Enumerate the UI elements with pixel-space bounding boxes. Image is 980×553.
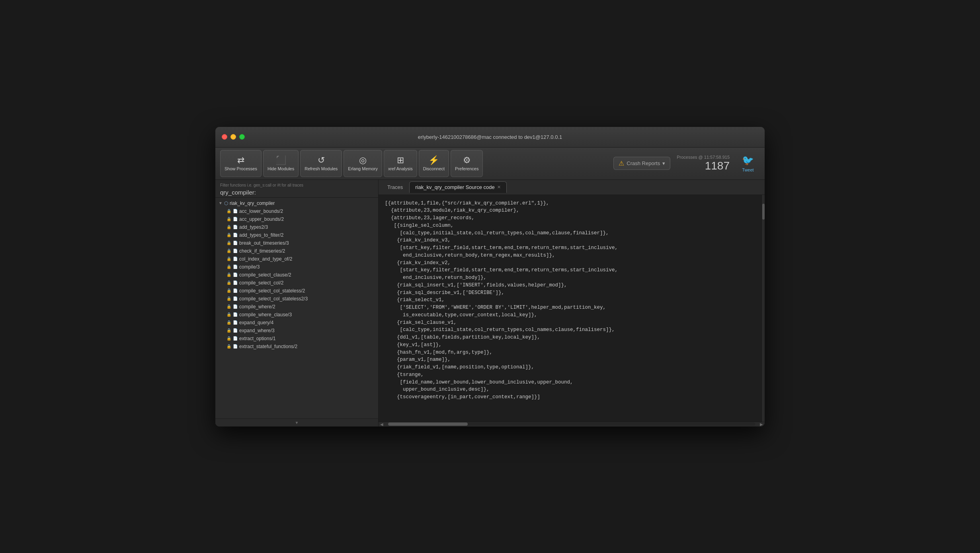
list-item[interactable]: 🔒 📄 compile_select_clause/2 — [215, 271, 378, 279]
show-processes-icon: ⇄ — [237, 156, 244, 165]
xref-analysis-label: xref Analysis — [388, 166, 413, 171]
code-line: {riak_sql_insert_v1,['INSERT',fields,val… — [385, 282, 755, 289]
list-item[interactable]: 🔒 📄 compile_select_col_stateless2/3 — [215, 295, 378, 303]
list-item[interactable]: 🔒 📄 compile/3 — [215, 263, 378, 271]
source-tab[interactable]: riak_kv_qry_compiler Source code ✕ — [409, 181, 506, 193]
function-name: compile/3 — [239, 264, 260, 270]
filter-hint: Filter functions i.e. gen_s:call or #t f… — [220, 183, 373, 187]
sidebar-tree[interactable]: ▼ ⬡ riak_kv_qry_compiler 🔒 📄 acc_lower_b… — [215, 198, 378, 419]
erlang-memory-button[interactable]: ◎ Erlang Memory — [344, 150, 382, 177]
file-icon: 📄 — [233, 288, 238, 293]
module-root-item[interactable]: ▼ ⬡ riak_kv_qry_compiler — [215, 199, 378, 207]
list-item[interactable]: 🔒 📄 compile_select_col/2 — [215, 279, 378, 287]
function-name: add_types2/3 — [239, 224, 268, 230]
file-icon: 📄 — [233, 304, 238, 309]
close-button[interactable] — [222, 134, 227, 140]
preferences-label: Preferences — [455, 166, 478, 171]
processes-label: Processes @ 11:57:58.915 — [677, 155, 730, 160]
list-item[interactable]: 🔒 📄 extract_stateful_functions/2 — [215, 343, 378, 350]
list-item[interactable]: 🔒 📄 compile_select_col_stateless/2 — [215, 287, 378, 295]
file-icon: 📄 — [233, 241, 238, 245]
refresh-modules-icon: ↺ — [318, 156, 325, 165]
crash-reports-chevron: ▾ — [662, 160, 665, 166]
file-icon: 📄 — [233, 344, 238, 349]
scroll-right-icon[interactable]: ▶ — [758, 422, 765, 426]
list-item[interactable]: 🔒 📄 add_types_to_filter/2 — [215, 231, 378, 239]
function-name: col_index_and_type_of/2 — [239, 256, 292, 262]
erlang-memory-label: Erlang Memory — [348, 166, 378, 171]
lock-icon: 🔒 — [226, 273, 231, 277]
horizontal-scrollbar[interactable]: ◀ ▶ — [379, 422, 765, 426]
scroll-left-icon[interactable]: ◀ — [379, 422, 385, 426]
list-item[interactable]: 🔒 📄 expand_query/4 — [215, 319, 378, 327]
traffic-lights — [222, 134, 245, 140]
file-icon: 📄 — [233, 225, 238, 229]
minimize-button[interactable] — [230, 134, 236, 140]
function-name: expand_query/4 — [239, 320, 273, 325]
file-icon: 📄 — [233, 217, 238, 221]
tweet-icon: 🐦 — [742, 155, 754, 166]
scrollbar-thumb-h[interactable] — [388, 423, 468, 426]
disconnect-label: Disconnect — [423, 166, 445, 171]
lock-icon: 🔒 — [226, 209, 231, 213]
file-icon: 📄 — [233, 273, 238, 277]
code-line: {key_v1,[ast]}, — [385, 341, 755, 349]
module-icon: ⬡ — [224, 201, 228, 206]
maximize-button[interactable] — [239, 134, 245, 140]
preferences-button[interactable]: ⚙ Preferences — [451, 150, 483, 177]
code-line: {tscoverageentry,[in_part,cover_context,… — [385, 393, 755, 401]
list-item[interactable]: 🔒 📄 add_types2/3 — [215, 223, 378, 231]
list-item[interactable]: 🔒 📄 acc_upper_bounds/2 — [215, 215, 378, 223]
file-icon: 📄 — [233, 209, 238, 213]
list-item[interactable]: 🔒 📄 break_out_timeseries/3 — [215, 239, 378, 247]
list-item[interactable]: 🔒 📄 check_if_timeseries/2 — [215, 247, 378, 255]
list-item[interactable]: 🔒 📄 compile_where_clause/3 — [215, 311, 378, 319]
show-processes-button[interactable]: ⇄ Show Processes — [220, 150, 262, 177]
list-item[interactable]: 🔒 📄 extract_options/1 — [215, 335, 378, 343]
source-tab-close[interactable]: ✕ — [497, 185, 501, 190]
function-name: check_if_timeseries/2 — [239, 248, 285, 254]
sidebar-scroll-down[interactable]: ▼ — [215, 419, 378, 426]
function-name: break_out_timeseries/3 — [239, 240, 289, 246]
lock-icon: 🔒 — [226, 296, 231, 301]
source-tab-label: riak_kv_qry_compiler Source code — [415, 184, 494, 190]
function-name: compile_select_col_stateless/2 — [239, 288, 305, 294]
tweet-button[interactable]: 🐦 Tweet — [736, 150, 760, 177]
refresh-modules-button[interactable]: ↺ Refresh Modules — [300, 150, 342, 177]
traces-tab-label: Traces — [387, 184, 403, 190]
disconnect-icon: ⚡ — [428, 156, 439, 165]
list-item[interactable]: 🔒 📄 compile_where/2 — [215, 303, 378, 311]
code-line: {attribute,23,module,riak_kv_qry_compile… — [385, 207, 755, 214]
disconnect-button[interactable]: ⚡ Disconnect — [419, 150, 449, 177]
list-item[interactable]: 🔒 📄 acc_lower_bounds/2 — [215, 207, 378, 215]
tab-bar: Traces riak_kv_qry_compiler Source code … — [379, 180, 765, 195]
xref-analysis-button[interactable]: ⊞ xref Analysis — [384, 150, 417, 177]
titlebar: erlyberly-1462100278686@mac connected to… — [215, 127, 765, 148]
warning-icon: ⚠ — [619, 160, 624, 167]
main-area: Traces riak_kv_qry_compiler Source code … — [379, 180, 765, 426]
code-line: upper_bound_inclusive,desc]}, — [385, 386, 755, 393]
code-container[interactable]: [{attribute,1,file,{"src/riak_kv_qry_com… — [379, 195, 761, 422]
function-name: expand_where/3 — [239, 328, 275, 333]
crash-reports-button[interactable]: ⚠ Crash Reports ▾ — [613, 157, 670, 170]
code-line: {attribute,23,lager_records, — [385, 214, 755, 222]
code-line: end_inclusive,return_body]}, — [385, 274, 755, 282]
hide-modules-button[interactable]: ⬛ Hide Modules — [263, 150, 299, 177]
file-icon: 📄 — [233, 296, 238, 301]
code-line: [calc_type,initial_state,col_return_type… — [385, 230, 755, 237]
function-name: compile_select_col/2 — [239, 280, 283, 286]
lock-icon: 🔒 — [226, 257, 231, 261]
vertical-scrollbar[interactable] — [761, 195, 765, 422]
scroll-down-icon: ▼ — [295, 421, 299, 425]
function-name: acc_lower_bounds/2 — [239, 208, 283, 214]
code-line: {hash_fn_v1,[mod,fn,args,type]}, — [385, 349, 755, 356]
content-area: Filter functions i.e. gen_s:call or #t f… — [215, 180, 765, 426]
list-item[interactable]: 🔒 📄 expand_where/3 — [215, 327, 378, 335]
function-name: compile_select_col_stateless2/3 — [239, 296, 308, 302]
traces-tab[interactable]: Traces — [382, 182, 408, 193]
sidebar: Filter functions i.e. gen_s:call or #t f… — [215, 180, 379, 426]
list-item[interactable]: 🔒 📄 col_index_and_type_of/2 — [215, 255, 378, 263]
lock-icon: 🔒 — [226, 265, 231, 269]
scrollbar-thumb[interactable] — [762, 204, 765, 220]
code-line: {riak_kv_index_v2, — [385, 259, 755, 267]
